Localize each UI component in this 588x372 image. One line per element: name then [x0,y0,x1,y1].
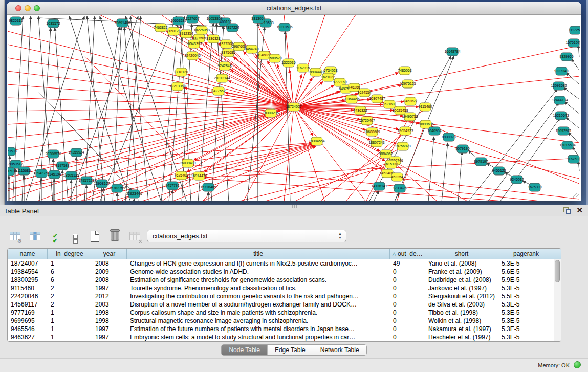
table-cell[interactable]: 5.3E-5 [498,284,554,292]
table-cell[interactable]: 2 [48,292,92,300]
table-cell[interactable]: Nakamura et al. (1997) [425,325,498,333]
column-header-short[interactable]: short [425,249,498,259]
table-cell[interactable]: 1 [48,317,92,325]
network-node[interactable]: 9197588 [55,162,69,170]
column-header-title[interactable]: title [127,249,390,259]
select-rows-icon[interactable]: ✔✔ [48,229,61,243]
network-window[interactable]: citations_edges.txt 18724007183002951938… [7,2,581,201]
column-header-in_degree[interactable]: in_degree [48,249,92,259]
table-cell[interactable]: 5.3E-5 [498,300,554,309]
table-cell[interactable]: Jankovic et al. (1997) [425,284,498,292]
network-node[interactable]: 8875685 [221,49,235,57]
network-node[interactable]: 19654923 [397,127,413,135]
network-window-titlebar[interactable]: citations_edges.txt [7,2,581,15]
network-node[interactable]: 9463627 [403,97,417,105]
table-selector-dropdown[interactable]: citations_edges.txt ▲▼ [147,230,346,242]
network-node[interactable]: 16039489 [180,159,195,167]
table-cell[interactable]: 0 [390,300,425,309]
network-node[interactable]: 18300295 [263,109,278,117]
table-cell[interactable]: 0 [390,325,425,333]
network-node[interactable]: 8813054 [251,15,265,23]
show-columns-icon[interactable] [28,229,41,243]
network-node[interactable]: 15720407 [359,117,375,125]
network-node[interactable]: 16210643 [553,112,569,120]
table-cell[interactable]: Franke et al. (2009) [425,268,498,276]
network-node[interactable]: 19756928 [395,142,410,150]
table-cell[interactable]: 1 [48,259,92,268]
table-cell[interactable]: 9699695 [8,317,48,325]
network-node[interactable]: 18807243 [368,139,384,147]
network-node[interactable]: 1117254 [569,26,580,34]
tab-network-table[interactable]: Network Table [313,345,366,355]
network-node[interactable]: 19495758 [402,113,418,121]
table-cell[interactable]: 5.9E-5 [498,276,554,284]
network-node[interactable]: 16782759 [109,184,125,192]
close-panel-icon[interactable]: ✕ [576,206,583,215]
new-table-icon[interactable] [88,229,101,243]
table-cell[interactable]: 1 [48,333,92,341]
network-node[interactable]: 10807487 [369,95,385,103]
table-cell[interactable]: 1998 [92,309,127,317]
modify-table-icon[interactable]: ⚙ [8,229,21,243]
table-cell[interactable]: Structural magnetic resonance image aver… [127,317,390,325]
table-cell[interactable]: 0 [390,309,425,317]
network-node[interactable]: 8938923 [442,133,455,141]
network-node[interactable]: 18226058 [193,26,209,34]
panel-divider-grip[interactable] [292,205,298,208]
network-node[interactable]: 20312144 [214,74,230,82]
table-cell[interactable]: Tourette syndrome. Phenomenology and cla… [127,284,390,292]
table-cell[interactable]: 0 [390,317,425,325]
table-cell[interactable]: 2 [48,300,92,309]
table-row[interactable]: 911546021997Tourette syndrome. Phenomeno… [8,284,561,292]
network-node[interactable]: 15751074 [565,39,580,47]
network-node[interactable]: 3624554 [357,89,371,97]
table-row[interactable]: 946362711997Embryonic stem cells: a mode… [8,333,561,341]
network-node[interactable]: 20691406 [114,19,130,27]
network-node[interactable]: 12444134 [552,96,568,104]
network-node[interactable]: 16648784 [444,48,460,56]
network-node[interactable]: 19218506 [276,23,292,31]
table-row[interactable]: 1456911722003Disruption of a novel membe… [8,300,561,309]
table-cell[interactable]: 1998 [92,317,127,325]
table-cell[interactable]: 0 [390,292,425,300]
table-cell[interactable]: 6 [48,268,92,276]
table-cell[interactable]: Genome-wide association studies in ADHD. [127,268,390,276]
network-node[interactable]: 16543392 [186,40,202,48]
table-cell[interactable]: 0 [390,276,425,284]
table-row[interactable]: 946554611997Estimation of the future num… [8,325,561,333]
table-cell[interactable]: 9465546 [8,325,48,333]
network-node[interactable]: 16914479 [191,172,207,180]
tab-node-table[interactable]: Node Table [222,345,268,355]
table-cell[interactable]: Disruption of a novel member of a sodium… [127,300,390,309]
table-cell[interactable]: de Silva et al. (2003) [425,300,498,309]
network-node[interactable]: 8186328 [206,35,220,43]
network-node[interactable]: 9825312 [9,17,23,25]
network-node[interactable]: 9079190 [455,145,469,153]
table-cell[interactable]: 22420046 [8,292,48,300]
network-node[interactable]: 7625402 [174,171,188,180]
table-cell[interactable]: 5.3E-5 [498,309,554,317]
network-node[interactable]: 19384554 [309,137,324,145]
table-cell[interactable]: Hescheler et al. (1997) [425,333,498,341]
table-cell[interactable]: Embryonic stem cells: a model to study s… [127,333,390,341]
table-cell[interactable]: 6 [48,276,92,284]
table-cell[interactable]: Wolkin et al. (1998) [425,317,498,325]
network-node[interactable]: 1145194 [48,170,61,179]
network-node[interactable]: 16053809 [206,15,222,23]
network-node[interactable]: 8427552 [211,87,225,95]
table-cell[interactable]: Dudbridge et al. (2008) [425,276,498,284]
table-cell[interactable]: 5.3E-5 [498,325,554,333]
network-node[interactable]: 9115460 [419,103,432,111]
float-panel-icon[interactable] [563,207,571,214]
network-node[interactable]: 1588520 [268,54,281,62]
table-cell[interactable]: Yano et al. (2008) [425,259,498,268]
network-node[interactable]: 1115686 [17,167,31,175]
network-node[interactable]: 452254 [391,173,403,181]
column-header-out_de[interactable]: △out_de… [390,249,425,259]
table-cell[interactable]: 2 [48,284,92,292]
network-node[interactable]: 7485063 [398,67,411,75]
network-node[interactable]: 15692971 [555,127,571,135]
network-node[interactable]: 15716485 [200,183,216,191]
table-cell[interactable]: 9463627 [8,333,48,341]
table-cell[interactable]: 0 [390,284,425,292]
